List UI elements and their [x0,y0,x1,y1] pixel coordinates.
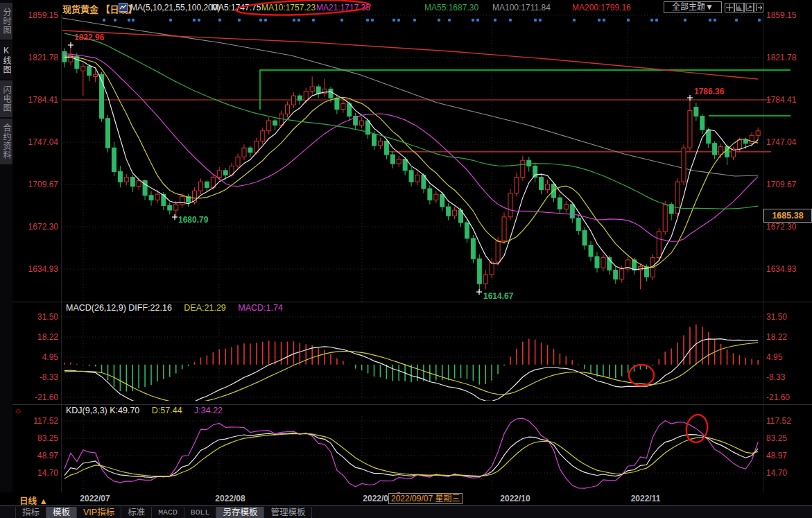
svg-text:14.70: 14.70 [766,468,787,478]
svg-text:1786.36: 1786.36 [694,87,725,96]
svg-text:1634.93: 1634.93 [766,264,797,274]
date-label: 2022/08 [215,494,245,503]
candlestick-chart[interactable]: 1832.961786.361680.791614.671859.151859.… [0,0,812,518]
bottom-toolbar: 指标 模板 VIP指标 标准 MACD BOLL 另存模板 管理模板 [0,506,812,518]
ma21-value: MA21:1717.35 [316,3,370,12]
sidebar-tab-flash[interactable]: 闪电图 [0,80,12,117]
ma100-value: MA100:1711.84 [492,3,551,12]
macd-diff-label: MACD(26,12,9) DIFF:22.16 [66,303,172,313]
svg-text:4.95: 4.95 [766,352,783,362]
ma200-value: MA200:1799.16 [572,3,631,12]
svg-text:18.22: 18.22 [37,332,58,342]
ma5-value: MA5:1747.75 [211,3,261,12]
svg-text:4.95: 4.95 [42,352,59,362]
svg-text:1821.78: 1821.78 [766,53,797,62]
svg-text:18.22: 18.22 [766,332,787,342]
svg-text:14.70: 14.70 [37,468,58,478]
toolbar-item-vip-indicators[interactable]: VIP指标 [77,507,121,518]
svg-text:-21.60: -21.60 [35,392,58,402]
top-bar: 现货黄金 【日线】 MA(5,10,21,55,100,200) MA5:174… [0,0,812,15]
ma-params-label: MA(5,10,21,55,100,200) [130,3,220,12]
chart-icon [119,3,128,14]
date-label: 2022/07 [80,494,110,503]
kdj-header: KDJ(9,3,3) K:49.70 D:57.44 J:34.22 [66,406,232,415]
pan-crosshair-icon[interactable] [725,3,734,12]
left-sidebar: 分时图 K线图 闪电图 合约资料 [0,0,12,492]
sidebar-tab-kline[interactable]: K线图 [0,41,12,79]
svg-text:117.52: 117.52 [766,416,791,426]
toolbar-item-save-template[interactable]: 另存模板 [216,507,264,518]
svg-text:31.50: 31.50 [37,312,58,322]
svg-text:1614.67: 1614.67 [483,291,514,301]
toolbar-item-boll[interactable]: BOLL [184,507,217,518]
kdj-j-label: J:34.22 [194,406,223,415]
pan-right-icon[interactable] [754,3,763,12]
svg-text:1832.96: 1832.96 [74,33,105,42]
svg-text:1709.67: 1709.67 [28,180,59,189]
toolbar-item-macd[interactable]: MACD [152,507,184,518]
kdj-k-label: KDJ(9,3,3) K:49.70 [66,406,139,415]
svg-text:1821.78: 1821.78 [28,53,59,62]
toolbar-item-templates[interactable]: 模板 [46,507,77,518]
toolbar-item-manage-template[interactable]: 管理模板 [264,507,312,518]
svg-text:1634.93: 1634.93 [28,264,59,274]
y-axis-scale-icon[interactable] [734,3,744,12]
svg-text:1747.04: 1747.04 [28,137,59,147]
svg-text:1709.67: 1709.67 [766,180,797,189]
svg-text:48.97: 48.97 [37,451,58,460]
svg-text:-8.33: -8.33 [766,372,786,382]
date-tooltip: 2022/09/07 星期三 [388,493,463,504]
svg-text:1747.04: 1747.04 [766,137,797,147]
x-axis-scale-icon[interactable] [744,3,754,12]
ma10-value: MA10:1757.23 [261,3,316,12]
svg-text:83.25: 83.25 [766,433,787,443]
sidebar-tab-contract-info[interactable]: 合约资料 [0,119,12,164]
ma55-value: MA55:1687.30 [424,3,478,12]
current-price-badge: 1685.38 [763,209,812,223]
svg-text:1672.30: 1672.30 [766,222,797,232]
svg-text:1672.30: 1672.30 [28,222,59,232]
toolbar-item-standard[interactable]: 标准 [121,507,152,518]
svg-text:1680.79: 1680.79 [178,215,209,225]
svg-text:117.52: 117.52 [33,416,58,426]
date-label: 2022/10 [500,494,530,503]
date-label: 2022/11 [631,494,661,503]
svg-text:83.25: 83.25 [37,433,58,443]
indicator-settings-icon[interactable]: ☼ [14,405,22,415]
svg-text:-8.33: -8.33 [40,372,59,382]
svg-text:48.97: 48.97 [766,451,787,460]
svg-text:-21.60: -21.60 [766,392,790,402]
svg-text:31.50: 31.50 [766,312,787,322]
theme-dropdown-button[interactable]: 全部主题▼ [664,1,722,13]
kdj-d-label: D:57.44 [152,406,182,415]
macd-bar-label: MACD:1.74 [238,303,283,313]
macd-header: MACD(26,12,9) DIFF:22.16 DEA:21.29 MACD:… [66,303,293,313]
toolbar-item-indicators[interactable]: 指标 [15,507,46,518]
trading-app-window: 1832.961786.361680.791614.671859.151859.… [0,0,812,518]
macd-dea-label: DEA:21.29 [184,303,225,313]
svg-text:1784.41: 1784.41 [28,95,59,105]
svg-text:1784.41: 1784.41 [766,95,797,105]
date-axis-row: 日线 ▲ 2022/072022/082022/092022/102022/11… [0,492,812,506]
